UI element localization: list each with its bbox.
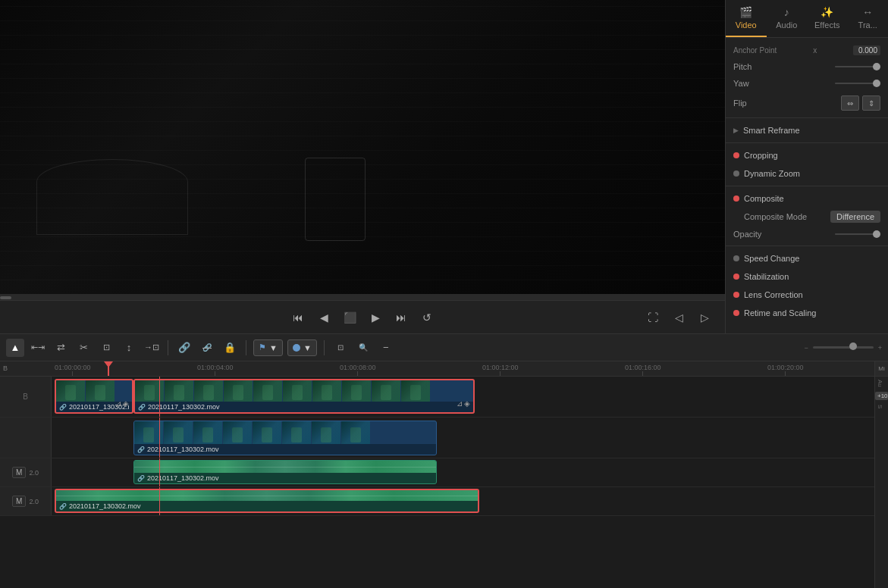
composite-mode-button[interactable]: Difference <box>830 211 880 223</box>
clip-v2-1[interactable]: 🔗 20210117_130302.mov <box>133 421 437 455</box>
thumb-figure-11 <box>381 385 391 400</box>
mark-out-button[interactable]: ▷ <box>696 309 713 326</box>
stop-button[interactable]: ⬛ <box>341 309 358 326</box>
color-dropdown[interactable]: ▼ <box>287 339 317 356</box>
extract-button[interactable]: ↕ <box>120 339 138 357</box>
opacity-row: Opacity <box>726 226 888 242</box>
fit-button[interactable]: ⊡ <box>331 339 350 357</box>
flip-label: Flip <box>733 99 747 108</box>
track-label-a1: M 2.0 <box>0 458 52 486</box>
skip-end-button[interactable]: ⏭ <box>393 309 409 326</box>
yaw-slider-area <box>835 83 880 84</box>
lift-button[interactable]: ⊡ <box>97 339 115 357</box>
effects-tab-label: Effects <box>814 20 839 30</box>
clip-a2-link-icon: 🔗 <box>59 503 67 510</box>
opacity-slider[interactable] <box>835 233 880 235</box>
lens-correction-section[interactable]: Lens Correction <box>726 286 888 304</box>
flip-vertical-button[interactable]: ⇕ <box>862 95 880 111</box>
bookmark-marker-icon-2: ◈ <box>464 399 470 408</box>
smart-reframe-chevron: ▶ <box>733 127 739 134</box>
zoom-minus-button[interactable]: − <box>377 339 395 357</box>
cropping-dot <box>733 152 739 158</box>
thumb-figure-v2-8 <box>350 427 361 443</box>
audio-label: Au <box>875 377 885 390</box>
select-tool-button[interactable]: ▲ <box>6 339 24 357</box>
thumb-11 <box>372 380 400 402</box>
track-content-a2: 🔗 20210117_130302.mov <box>52 487 874 515</box>
speed-marker-icon-2: ⊿ <box>457 399 463 408</box>
flip-horizontal-button[interactable]: ⇔ <box>841 95 859 111</box>
thumb-figure-3 <box>144 385 155 400</box>
thumb-figure-6 <box>233 385 243 400</box>
lens-correction-label: Lens Correction <box>744 290 803 299</box>
composite-section[interactable]: Composite <box>726 189 888 208</box>
flag-dropdown[interactable]: ⚑ ▼ <box>253 339 283 356</box>
track-m-button-a1[interactable]: M <box>12 467 26 478</box>
pitch-slider[interactable] <box>835 66 880 67</box>
dynamic-zoom-label: Dynamic Zoom <box>744 169 800 178</box>
video-tab-icon: 🎬 <box>739 6 752 18</box>
smart-reframe-section[interactable]: ▶ Smart Reframe <box>726 121 888 139</box>
clip-v1-1[interactable]: 🔗 20210117_130302.mov ⊿ ◈ <box>55 379 133 414</box>
clip-v1-2[interactable]: 🔗 20210117_130302.mov ⊿ ◈ <box>133 379 475 414</box>
clip-a2-1[interactable]: 🔗 20210117_130302.mov <box>55 489 479 513</box>
play-button[interactable]: ▶ <box>367 309 384 326</box>
track-m-button-a2[interactable]: M <box>12 496 26 507</box>
clip-link-icon-1: 🔗 <box>59 404 67 411</box>
roll-button[interactable]: ⇄ <box>52 339 70 357</box>
insert-button[interactable]: →⊡ <box>143 339 161 357</box>
flag-icon: ⚑ <box>259 342 266 352</box>
stabilization-section[interactable]: Stabilization <box>726 267 888 286</box>
top-area: ⏮ ◀ ⬛ ▶ ⏭ ↺ ⛶ ◁ ▷ 🎬 Video ♪ Aud <box>0 0 888 333</box>
clip-link-icon-2: 🔗 <box>138 404 146 411</box>
playhead-v2 <box>159 418 160 458</box>
timeline-toolbar: ▲ ⇤⇥ ⇄ ✂ ⊡ ↕ →⊡ 🔗 🔗 🔒 ⚑ ▼ ▼ ⊡ 🔍 − − + <box>0 334 888 361</box>
retime-scaling-section[interactable]: Retime and Scaling <box>726 304 888 322</box>
audio-tab-icon: ♪ <box>784 6 789 18</box>
link-button[interactable]: 🔗 <box>175 339 193 357</box>
tab-audio[interactable]: ♪ Audio <box>767 0 808 37</box>
divider-2 <box>726 142 888 143</box>
thumb-v2-2 <box>164 421 193 444</box>
anchor-x-value[interactable]: 0.000 <box>853 45 880 55</box>
zoom-area: − + <box>804 344 882 352</box>
tab-transition[interactable]: ↔ Tra... <box>848 0 889 37</box>
mark-in-button[interactable]: ◁ <box>670 309 687 326</box>
track-level-a2: 2.0 <box>29 498 39 505</box>
preview-scrubber[interactable] <box>0 294 725 300</box>
tab-effects[interactable]: ✨ Effects <box>807 0 848 37</box>
track-row-a1: M 2.0 🔗 20210117_130302.mov <box>0 458 874 487</box>
tab-video[interactable]: 🎬 Video <box>726 0 767 37</box>
clip-v1-2-thumbnails <box>135 380 473 402</box>
dynamic-zoom-section[interactable]: Dynamic Zoom <box>726 164 888 183</box>
clip-a1-1[interactable]: 🔗 20210117_130302.mov <box>133 460 437 484</box>
smart-reframe-label: Smart Reframe <box>743 126 800 135</box>
ruler-line-3 <box>500 371 500 376</box>
zoom-fit-button[interactable]: 🔍 <box>354 339 372 357</box>
cropping-section[interactable]: Cropping <box>726 146 888 164</box>
unlink-button[interactable]: 🔗 <box>198 339 216 357</box>
zoom-plus-label: + <box>878 344 882 352</box>
ruler-line-4 <box>642 371 643 376</box>
thumb-1 <box>56 380 85 402</box>
bookmark-marker-icon: ◈ <box>123 399 129 408</box>
skip-start-button[interactable]: ⏮ <box>290 309 306 326</box>
yaw-slider[interactable] <box>835 83 880 84</box>
lock-button[interactable]: 🔒 <box>221 339 239 357</box>
transition-tab-label: Tra... <box>858 20 877 30</box>
blade-button[interactable]: ✂ <box>74 339 93 357</box>
loop-button[interactable]: ↺ <box>419 309 435 326</box>
timeline-ruler: B 01:00:00:00 01:00:04:00 01:00:08:00 01… <box>0 361 874 377</box>
video-tab-label: Video <box>736 20 757 30</box>
thumb-v2-4 <box>223 421 252 444</box>
ruler-line-0 <box>72 371 73 376</box>
clip-v2-1-thumbnails <box>134 421 436 444</box>
thumb-figure-8 <box>292 385 303 400</box>
fullscreen-button[interactable]: ⛶ <box>645 309 661 326</box>
zoom-slider[interactable] <box>813 346 874 349</box>
prev-frame-button[interactable]: ◀ <box>315 309 332 326</box>
track-label-v2 <box>0 418 52 458</box>
speed-change-section[interactable]: Speed Change <box>726 249 888 267</box>
ripple-delete-button[interactable]: ⇤⇥ <box>29 339 47 357</box>
playhead-v1 <box>159 377 160 417</box>
